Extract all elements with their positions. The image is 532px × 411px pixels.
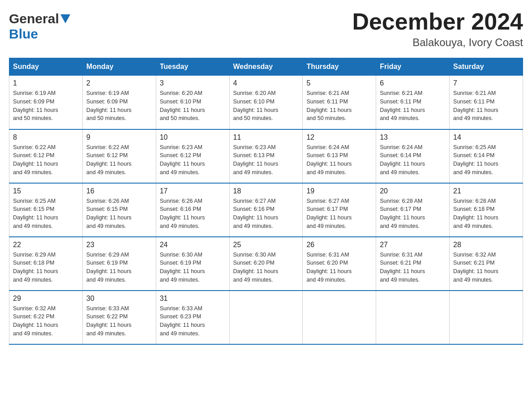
day-info: Sunrise: 6:19 AM Sunset: 6:09 PM Dayligh… [13,89,79,123]
calendar-cell: 4 Sunrise: 6:20 AM Sunset: 6:10 PM Dayli… [229,76,303,129]
day-info: Sunrise: 6:33 AM Sunset: 6:22 PM Dayligh… [86,304,152,338]
day-info: Sunrise: 6:21 AM Sunset: 6:11 PM Dayligh… [380,89,446,123]
calendar-cell: 30 Sunrise: 6:33 AM Sunset: 6:22 PM Dayl… [82,291,156,344]
calendar-cell: 8 Sunrise: 6:22 AM Sunset: 6:12 PM Dayli… [9,129,83,183]
calendar-table: Sunday Monday Tuesday Wednesday Thursday… [9,58,523,345]
day-info: Sunrise: 6:32 AM Sunset: 6:22 PM Dayligh… [13,304,79,338]
calendar-cell: 27 Sunrise: 6:31 AM Sunset: 6:21 PM Dayl… [376,237,450,291]
day-number: 28 [453,241,519,249]
calendar-cell: 6 Sunrise: 6:21 AM Sunset: 6:11 PM Dayli… [376,76,450,129]
day-info: Sunrise: 6:26 AM Sunset: 6:15 PM Dayligh… [86,197,152,231]
col-wednesday: Wednesday [229,58,303,76]
calendar-cell: 15 Sunrise: 6:25 AM Sunset: 6:15 PM Dayl… [9,183,83,237]
day-number: 9 [86,133,152,141]
logo-general-text: General [9,11,59,26]
col-monday: Monday [82,58,156,76]
day-number: 1 [13,79,79,87]
day-number: 10 [160,133,226,141]
calendar-cell: 22 Sunrise: 6:29 AM Sunset: 6:18 PM Dayl… [9,237,83,291]
day-info: Sunrise: 6:33 AM Sunset: 6:23 PM Dayligh… [160,304,226,338]
day-number: 25 [233,241,299,249]
calendar-cell: 31 Sunrise: 6:33 AM Sunset: 6:23 PM Dayl… [156,291,229,344]
calendar-week-3: 15 Sunrise: 6:25 AM Sunset: 6:15 PM Dayl… [9,183,523,237]
day-info: Sunrise: 6:26 AM Sunset: 6:16 PM Dayligh… [160,197,226,231]
calendar-cell [376,291,450,344]
col-tuesday: Tuesday [156,58,229,76]
calendar-week-4: 22 Sunrise: 6:29 AM Sunset: 6:18 PM Dayl… [9,237,523,291]
logo-blue-text: Blue [9,26,38,41]
calendar-header: Sunday Monday Tuesday Wednesday Thursday… [9,58,523,76]
day-info: Sunrise: 6:20 AM Sunset: 6:10 PM Dayligh… [233,89,299,123]
calendar-cell: 26 Sunrise: 6:31 AM Sunset: 6:20 PM Dayl… [303,237,376,291]
col-friday: Friday [376,58,450,76]
calendar-cell: 29 Sunrise: 6:32 AM Sunset: 6:22 PM Dayl… [9,291,83,344]
day-number: 3 [160,79,226,87]
calendar-cell: 24 Sunrise: 6:30 AM Sunset: 6:19 PM Dayl… [156,237,229,291]
calendar-cell: 28 Sunrise: 6:32 AM Sunset: 6:21 PM Dayl… [450,237,523,291]
logo: General Blue [9,9,70,42]
calendar-cell: 14 Sunrise: 6:25 AM Sunset: 6:14 PM Dayl… [450,129,523,183]
day-number: 11 [233,133,299,141]
calendar-cell: 7 Sunrise: 6:21 AM Sunset: 6:11 PM Dayli… [450,76,523,129]
day-number: 7 [453,79,519,87]
day-info: Sunrise: 6:28 AM Sunset: 6:18 PM Dayligh… [453,197,519,231]
day-number: 26 [306,241,372,249]
day-info: Sunrise: 6:21 AM Sunset: 6:11 PM Dayligh… [306,89,372,123]
day-number: 24 [160,241,226,249]
calendar-body: 1 Sunrise: 6:19 AM Sunset: 6:09 PM Dayli… [9,76,523,344]
day-info: Sunrise: 6:28 AM Sunset: 6:17 PM Dayligh… [380,197,446,231]
day-info: Sunrise: 6:25 AM Sunset: 6:14 PM Dayligh… [453,143,519,177]
calendar-cell: 11 Sunrise: 6:23 AM Sunset: 6:13 PM Dayl… [229,129,303,183]
day-number: 31 [160,295,226,303]
day-number: 30 [86,295,152,303]
day-info: Sunrise: 6:31 AM Sunset: 6:20 PM Dayligh… [306,251,372,284]
day-info: Sunrise: 6:22 AM Sunset: 6:12 PM Dayligh… [86,143,152,177]
day-info: Sunrise: 6:22 AM Sunset: 6:12 PM Dayligh… [13,143,79,177]
title-section: December 2024 Balakouya, Ivory Coast [352,9,523,49]
day-info: Sunrise: 6:30 AM Sunset: 6:20 PM Dayligh… [233,251,299,284]
day-number: 2 [86,79,152,87]
day-info: Sunrise: 6:27 AM Sunset: 6:17 PM Dayligh… [306,197,372,231]
day-number: 4 [233,79,299,87]
day-number: 23 [86,241,152,249]
calendar-cell: 17 Sunrise: 6:26 AM Sunset: 6:16 PM Dayl… [156,183,229,237]
day-number: 5 [306,79,372,87]
day-info: Sunrise: 6:32 AM Sunset: 6:21 PM Dayligh… [453,251,519,284]
day-number: 8 [13,133,79,141]
day-number: 6 [380,79,446,87]
day-info: Sunrise: 6:23 AM Sunset: 6:12 PM Dayligh… [160,143,226,177]
calendar-cell: 25 Sunrise: 6:30 AM Sunset: 6:20 PM Dayl… [229,237,303,291]
day-info: Sunrise: 6:24 AM Sunset: 6:13 PM Dayligh… [306,143,372,177]
month-title: December 2024 [352,9,523,34]
calendar-cell: 5 Sunrise: 6:21 AM Sunset: 6:11 PM Dayli… [303,76,376,129]
calendar-cell: 21 Sunrise: 6:28 AM Sunset: 6:18 PM Dayl… [450,183,523,237]
col-thursday: Thursday [303,58,376,76]
calendar-cell: 3 Sunrise: 6:20 AM Sunset: 6:10 PM Dayli… [156,76,229,129]
calendar-week-1: 1 Sunrise: 6:19 AM Sunset: 6:09 PM Dayli… [9,76,523,129]
calendar-cell [229,291,303,344]
location-title: Balakouya, Ivory Coast [352,36,523,49]
day-number: 13 [380,133,446,141]
day-info: Sunrise: 6:29 AM Sunset: 6:19 PM Dayligh… [86,251,152,284]
day-number: 12 [306,133,372,141]
day-info: Sunrise: 6:23 AM Sunset: 6:13 PM Dayligh… [233,143,299,177]
day-info: Sunrise: 6:25 AM Sunset: 6:15 PM Dayligh… [13,197,79,231]
day-number: 19 [306,187,372,195]
logo-triangle-icon [60,14,70,23]
day-info: Sunrise: 6:24 AM Sunset: 6:14 PM Dayligh… [380,143,446,177]
day-info: Sunrise: 6:31 AM Sunset: 6:21 PM Dayligh… [380,251,446,284]
day-number: 20 [380,187,446,195]
calendar-cell: 23 Sunrise: 6:29 AM Sunset: 6:19 PM Dayl… [82,237,156,291]
calendar-week-2: 8 Sunrise: 6:22 AM Sunset: 6:12 PM Dayli… [9,129,523,183]
calendar-cell: 13 Sunrise: 6:24 AM Sunset: 6:14 PM Dayl… [376,129,450,183]
day-number: 16 [86,187,152,195]
day-number: 14 [453,133,519,141]
day-info: Sunrise: 6:29 AM Sunset: 6:18 PM Dayligh… [13,251,79,284]
col-sunday: Sunday [9,58,83,76]
svg-marker-0 [60,14,70,23]
calendar-cell: 2 Sunrise: 6:19 AM Sunset: 6:09 PM Dayli… [82,76,156,129]
day-number: 17 [160,187,226,195]
calendar-cell: 9 Sunrise: 6:22 AM Sunset: 6:12 PM Dayli… [82,129,156,183]
day-number: 22 [13,241,79,249]
day-info: Sunrise: 6:30 AM Sunset: 6:19 PM Dayligh… [160,251,226,284]
